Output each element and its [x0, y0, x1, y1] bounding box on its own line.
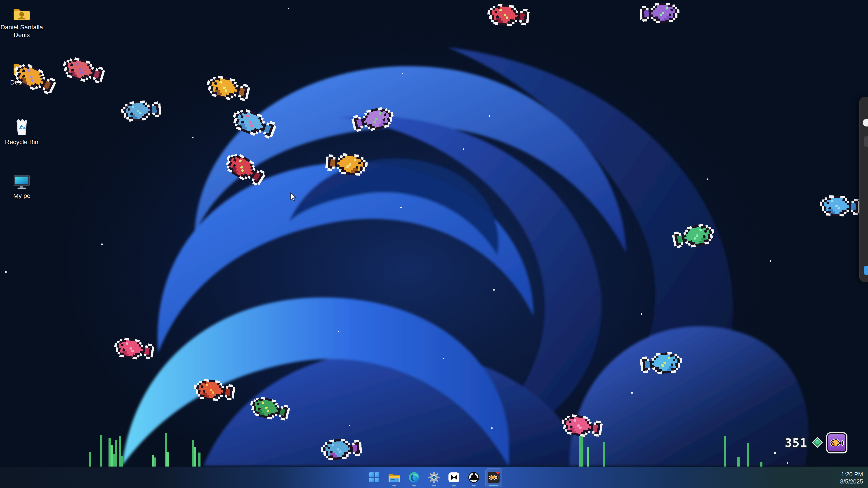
running-indicator: [432, 485, 436, 486]
taskbar-fish-app-button[interactable]: [485, 468, 502, 487]
start-icon: [368, 471, 380, 484]
pixel-fish[interactable]: [560, 413, 603, 439]
mouse-cursor: [290, 193, 299, 202]
pixel-fish[interactable]: [60, 55, 106, 86]
running-indicator: [452, 485, 456, 486]
system-tray: 1:20 PM 8/5/2025: [840, 467, 863, 488]
obs-studio-icon: [468, 471, 480, 484]
fish-layer: [0, 0, 868, 488]
pixel-fish[interactable]: [350, 105, 396, 135]
pixel-fish[interactable]: [248, 394, 291, 423]
running-indicator: [472, 485, 475, 486]
currency-counter: 351: [785, 436, 807, 450]
heart-icon: [496, 471, 500, 475]
taskbar-start-button[interactable]: [366, 468, 383, 487]
panel-item[interactable]: [864, 136, 868, 147]
edge-icon: [408, 471, 420, 484]
running-indicator: [412, 485, 416, 486]
fish-shop-button[interactable]: [827, 433, 846, 452]
taskbar-settings-button[interactable]: [426, 468, 442, 487]
pixel-fish[interactable]: [121, 99, 162, 122]
aquarium-hud: 351: [785, 433, 846, 452]
taskbar-capcut-button[interactable]: [445, 468, 462, 487]
panel-blue-item[interactable]: [864, 266, 868, 275]
clock-date: 8/5/2025: [840, 478, 863, 485]
panel-circle-icon[interactable]: [863, 119, 868, 127]
taskbar-clock[interactable]: 1:20 PM 8/5/2025: [840, 470, 863, 485]
pixel-fish[interactable]: [221, 149, 268, 189]
taskbar-edge-button[interactable]: [406, 468, 423, 487]
pixel-fish[interactable]: [325, 152, 368, 176]
emerald-gem-icon: [811, 436, 823, 449]
settings-gear-icon: [428, 471, 440, 484]
pixel-fish[interactable]: [193, 378, 236, 403]
running-indicator: [489, 485, 498, 486]
taskbar-file-explorer-button[interactable]: [386, 468, 403, 487]
pixel-fish[interactable]: [320, 437, 362, 461]
pixel-fish-icon: [487, 471, 500, 484]
capcut-icon: [448, 471, 460, 484]
taskbar: 1:20 PM 8/5/2025: [0, 466, 868, 488]
pixel-fish[interactable]: [113, 336, 155, 362]
right-edge-panel[interactable]: [860, 97, 868, 282]
pixel-fish[interactable]: [671, 222, 716, 251]
pixel-fish[interactable]: [10, 60, 58, 98]
pixel-fish[interactable]: [229, 106, 278, 142]
pixel-fish[interactable]: [640, 351, 683, 376]
clock-time: 1:20 PM: [840, 470, 863, 478]
running-indicator: [393, 485, 396, 486]
pixel-fish[interactable]: [205, 73, 251, 104]
pixel-fish[interactable]: [639, 2, 680, 24]
pixel-fish[interactable]: [486, 3, 530, 28]
taskbar-obs-button[interactable]: [465, 468, 482, 487]
pixel-fish[interactable]: [819, 195, 861, 217]
file-explorer-icon: [388, 472, 400, 484]
taskbar-apps: [366, 467, 502, 488]
desktop: Daniel Santalla Denis Desktop Recycle Bi…: [0, 0, 868, 488]
